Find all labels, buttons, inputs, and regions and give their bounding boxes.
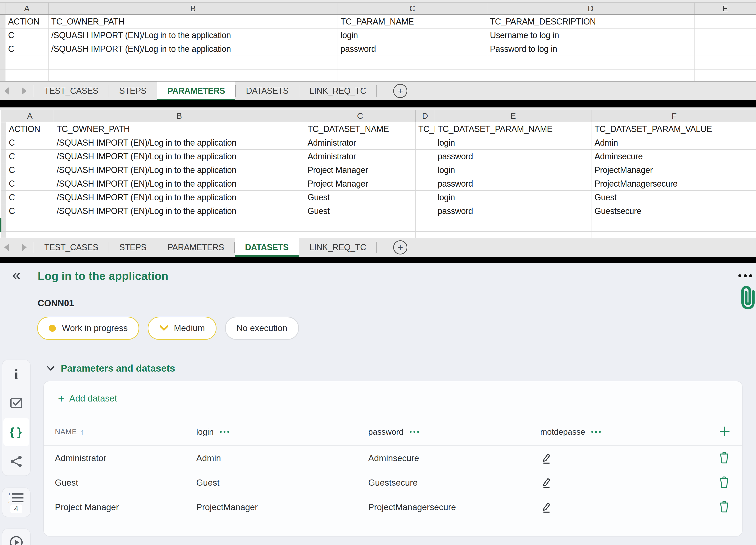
cell[interactable] [487,70,694,83]
sidebar-item-parameters[interactable]: { } [3,418,29,446]
cell[interactable]: C [6,204,54,218]
more-options-button[interactable] [738,274,752,277]
cell[interactable]: /SQUASH IMPORT (EN)/Log in to the applic… [48,42,338,56]
row-header[interactable] [1,177,6,191]
cell[interactable] [48,70,338,83]
cell[interactable]: Guest [305,204,415,218]
sheet-tab-test_cases[interactable]: TEST_CASES [34,82,109,100]
cell[interactable] [487,56,694,70]
cell[interactable]: login [435,191,592,204]
row-header[interactable] [1,204,6,218]
cell[interactable]: password [435,177,592,191]
sheet-tab-steps[interactable]: STEPS [109,82,157,100]
row-header[interactable] [0,3,5,15]
cell[interactable]: login [435,136,592,150]
cell[interactable] [435,218,592,232]
column-header[interactable]: D [487,3,694,15]
sheet-tab-datasets[interactable]: DATASETS [235,238,299,257]
sheet-tab-parameters[interactable]: PARAMETERS [157,82,235,100]
dataset-name-cell[interactable]: Guest [55,478,196,488]
cell[interactable]: ProjectManagersecure [592,177,756,191]
cell[interactable] [415,136,435,150]
cell[interactable] [48,56,338,70]
edit-motdepasse-button[interactable] [540,476,715,489]
sheet-tab-steps[interactable]: STEPS [109,238,157,257]
cell[interactable]: TC_PARAM_DESCRIPTION [487,15,694,29]
delete-dataset-button[interactable] [719,451,730,465]
cell[interactable]: TC_DATASET_PARAM_NAME [435,122,592,136]
cell[interactable]: /SQUASH IMPORT (EN)/Log in to the applic… [54,136,305,150]
cell[interactable]: /SQUASH IMPORT (EN)/Log in to the applic… [48,29,338,42]
sheet-tab-link_req_tc[interactable]: LINK_REQ_TC [299,238,377,257]
add-dataset-button[interactable]: + Add dataset [58,393,117,404]
new-sheet-button[interactable]: + [393,238,407,257]
cell[interactable]: /SQUASH IMPORT (EN)/Log in to the applic… [54,150,305,163]
dataset-password-cell[interactable]: Adminsecure [368,453,540,463]
cell[interactable]: Project Manager [305,177,415,191]
cell[interactable]: Administrator [305,150,415,163]
sheet-nav-left-icon[interactable] [4,87,9,95]
row-header[interactable] [1,218,6,232]
cell[interactable]: TC_DATASET_PARAM_VALUE [592,122,756,136]
delete-dataset-button[interactable] [719,476,730,490]
cell[interactable] [6,218,54,232]
sheet-tab-link_req_tc[interactable]: LINK_REQ_TC [299,82,377,100]
dataset-password-cell[interactable]: Guestsecure [368,478,540,488]
cell[interactable]: password [435,204,592,218]
sheet-nav-right-icon[interactable] [22,87,27,95]
name-column-header[interactable]: NAME ↑ [55,427,196,437]
cell[interactable]: Guest [592,191,756,204]
cell[interactable]: C [6,177,54,191]
row-header[interactable] [0,70,5,83]
add-parameter-button[interactable] [719,426,730,438]
param-column-header[interactable]: password [368,427,540,437]
column-header[interactable]: E [435,110,592,122]
cell[interactable]: ProjectManager [592,163,756,177]
cell[interactable]: C [6,136,54,150]
row-header[interactable] [1,122,6,136]
cell[interactable] [305,218,415,232]
ellipsis-icon[interactable] [410,431,419,433]
cell[interactable] [694,29,756,42]
cell[interactable] [415,150,435,163]
cell[interactable]: C [6,163,54,177]
cell[interactable]: login [435,163,592,177]
cell[interactable]: Password to log in [487,42,694,56]
cell[interactable]: password [338,42,487,56]
sheet-nav-left-icon[interactable] [4,244,9,251]
column-header[interactable]: C [338,3,487,15]
cell[interactable]: Username to log in [487,29,694,42]
ellipsis-icon[interactable] [591,431,601,433]
dataset-name-cell[interactable]: Project Manager [55,502,196,512]
sheet-nav-right-icon[interactable] [22,244,27,251]
cell[interactable]: C [5,42,48,56]
row-header[interactable] [0,42,5,56]
param-column-header[interactable]: motdepasse [540,427,715,437]
cell[interactable]: ACTION [6,122,54,136]
row-header[interactable] [1,136,6,150]
cell[interactable] [5,56,48,70]
cell[interactable]: C [6,150,54,163]
cell[interactable]: Project Manager [305,163,415,177]
delete-dataset-button[interactable] [719,500,730,514]
column-header[interactable]: B [48,3,338,15]
sidebar-item-links[interactable] [2,447,30,476]
requirements-counter-card[interactable]: 1 2 3 4 [2,488,31,517]
cell[interactable]: Adminsecure [592,150,756,163]
cell[interactable]: Guestsecure [592,204,756,218]
column-header[interactable]: B [54,110,305,122]
cell[interactable]: /SQUASH IMPORT (EN)/Log in to the applic… [54,177,305,191]
column-header[interactable]: A [6,110,54,122]
cell[interactable]: Admin [592,136,756,150]
cell[interactable] [415,218,435,232]
importance-badge-medium[interactable]: Medium [148,317,217,340]
cell[interactable] [338,56,487,70]
parameters-section-header[interactable]: Parameters and datasets [47,363,175,374]
row-header[interactable] [1,191,6,204]
cell[interactable] [5,70,48,83]
sidebar-item-steps[interactable] [2,389,30,417]
new-sheet-button[interactable]: + [393,82,407,100]
cell[interactable]: TC_PA [415,122,435,136]
column-header[interactable]: D [415,110,435,122]
back-button[interactable]: « [12,267,21,282]
